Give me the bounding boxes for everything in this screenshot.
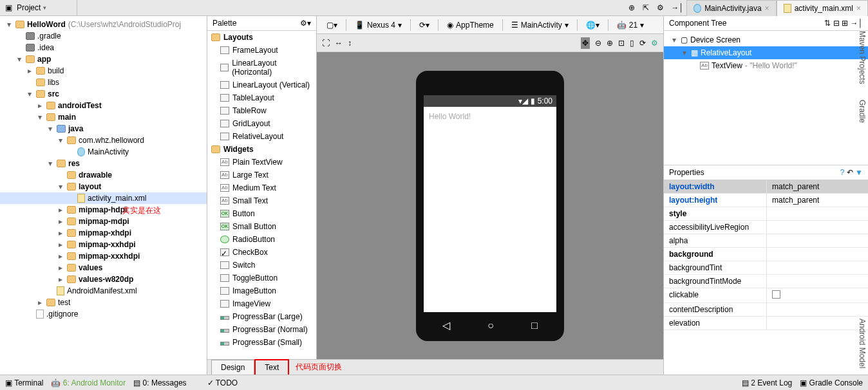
tree-item[interactable]: ▾layout xyxy=(0,181,207,192)
property-value[interactable] xyxy=(767,248,868,261)
fit-height-icon[interactable]: ↕ xyxy=(348,39,352,48)
property-value[interactable] xyxy=(767,221,868,234)
collapse-icon[interactable]: ⇱ xyxy=(643,3,652,12)
locale-dropdown[interactable]: 🌐▾ xyxy=(581,19,604,32)
property-row[interactable]: layout:widthmatch_parent xyxy=(664,180,868,194)
palette-item[interactable]: ProgressBar (Normal) xyxy=(207,323,316,336)
file-icon[interactable]: ▯ xyxy=(630,39,634,48)
tree-item[interactable]: .gradle xyxy=(0,30,207,42)
property-row[interactable]: style xyxy=(664,207,868,221)
palette-item[interactable]: Switch xyxy=(207,259,316,272)
palette-item[interactable]: RelativeLayout xyxy=(207,130,316,143)
expand-icon[interactable]: ⛶ xyxy=(322,39,330,48)
property-row[interactable]: accessibilityLiveRegion xyxy=(664,221,868,234)
tab-activity-main-xml[interactable]: activity_main.xml × xyxy=(777,0,868,16)
palette-item[interactable]: AbPlain TextView xyxy=(207,156,316,169)
tree-item[interactable]: .gitignore xyxy=(0,308,207,320)
property-value[interactable] xyxy=(767,207,868,220)
property-value[interactable] xyxy=(767,288,868,302)
tree-item[interactable]: MainActivity xyxy=(0,146,207,158)
ct-device-screen[interactable]: ▾▢ Device Screen xyxy=(664,33,868,46)
recent-icon[interactable]: □ xyxy=(531,320,538,331)
refresh-icon[interactable]: ⟳ xyxy=(639,39,646,48)
tree-item[interactable]: libs xyxy=(0,77,207,88)
palette-item[interactable]: OKButton xyxy=(207,207,316,220)
property-value[interactable]: match_parent xyxy=(767,194,868,207)
gear-icon[interactable]: ⚙ xyxy=(651,39,658,48)
palette-item[interactable]: ImageView xyxy=(207,297,316,310)
palette-item[interactable]: GridLayout xyxy=(207,117,316,130)
palette-item[interactable]: FrameLayout xyxy=(207,44,316,57)
palette-item[interactable]: OKSmall Button xyxy=(207,220,316,233)
tree-item[interactable]: ▸values xyxy=(0,262,207,274)
palette-list[interactable]: LayoutsFrameLayoutLinearLayout (Horizont… xyxy=(207,31,316,359)
palette-item[interactable]: AbLarge Text xyxy=(207,169,316,181)
tree-item[interactable]: ▸mipmap-xxhdpi xyxy=(0,239,207,250)
zoom-in-icon[interactable]: ⊕ xyxy=(607,39,613,48)
property-row[interactable]: clickable xyxy=(664,288,868,303)
property-row[interactable]: backgroundTint xyxy=(664,261,868,275)
vtab-maven[interactable]: Maven Projects xyxy=(854,26,868,89)
gear-icon[interactable]: ⚙▾ xyxy=(300,19,311,28)
hide-icon[interactable]: →│ xyxy=(671,3,680,12)
tree-item[interactable]: ▾res xyxy=(0,158,207,169)
viewport-icon[interactable]: ▢▾ xyxy=(322,19,342,32)
phone-screen[interactable]: ▾◢ ▮ 5:00 Hello World! xyxy=(424,95,556,312)
component-tree[interactable]: ▾▢ Device Screen ▾▦ RelativeLayout Ab Te… xyxy=(664,31,868,75)
tree-item[interactable]: ▾main xyxy=(0,111,207,123)
zoom-out-icon[interactable]: ⊖ xyxy=(595,39,601,48)
property-row[interactable]: contentDescription xyxy=(664,303,868,317)
tab-design[interactable]: Design xyxy=(211,360,254,375)
tree-item[interactable]: ▸mipmap-hdpi xyxy=(0,204,207,216)
theme-dropdown[interactable]: ◉ AppTheme xyxy=(442,19,498,32)
tree-item[interactable]: ▸test xyxy=(0,297,207,308)
palette-item[interactable]: TableLayout xyxy=(207,91,316,104)
tree-root[interactable]: ▾ HelloWord (C:\Users\whz\AndroidStudioP… xyxy=(0,19,207,30)
property-value[interactable] xyxy=(767,303,868,316)
activity-dropdown[interactable]: ☰ MainActivity▾ xyxy=(507,19,573,32)
property-row[interactable]: alpha xyxy=(664,234,868,248)
palette-item[interactable]: LinearLayout (Horizontal) xyxy=(207,57,316,79)
checkbox[interactable] xyxy=(772,290,780,299)
tree-item[interactable]: ▸mipmap-xhdpi xyxy=(0,227,207,239)
palette-item[interactable]: ✓CheckBox xyxy=(207,246,316,259)
palette-item[interactable]: RadioButton xyxy=(207,233,316,246)
palette-item[interactable]: LinearLayout (Vertical) xyxy=(207,79,316,91)
tab-mainactivity-java[interactable]: MainActivity.java × xyxy=(686,0,777,16)
tree-item[interactable]: AndroidManifest.xml xyxy=(0,285,207,297)
project-dropdown[interactable]: ▣ Project ▾ xyxy=(0,0,77,15)
tree-item[interactable]: ▸values-w820dp xyxy=(0,274,207,285)
vtab-android-model[interactable]: Android Model xyxy=(854,313,868,373)
property-value[interactable]: match_parent xyxy=(767,180,868,193)
gear-icon[interactable]: ⚙ xyxy=(657,3,666,12)
tab-text[interactable]: Text xyxy=(254,359,289,375)
tree-item[interactable]: ▸build xyxy=(0,65,207,77)
zoom-fit-icon[interactable]: ⊡ xyxy=(618,39,625,48)
palette-item[interactable]: ToggleButton xyxy=(207,272,316,284)
property-value[interactable] xyxy=(767,275,868,288)
tree-item[interactable]: drawable xyxy=(0,169,207,181)
tree-item[interactable]: ▾com.whz.helloword xyxy=(0,135,207,146)
palette-item[interactable]: AbSmall Text xyxy=(207,194,316,207)
tree-item[interactable]: ▾app xyxy=(0,53,207,65)
select-icon[interactable]: ✥ xyxy=(581,37,590,49)
palette-item[interactable]: ImageButton xyxy=(207,284,316,297)
todo-button[interactable]: ✓ TODO xyxy=(207,378,238,387)
orientation-icon[interactable]: ⟳▾ xyxy=(415,19,434,32)
gradle-console-button[interactable]: ▣ Gradle Console xyxy=(800,378,863,387)
tree-item[interactable]: ▸mipmap-xxxhdpi xyxy=(0,250,207,262)
terminal-button[interactable]: ▣ Terminal xyxy=(5,378,43,387)
palette-group[interactable]: Layouts xyxy=(207,31,316,44)
property-value[interactable] xyxy=(767,234,868,247)
tree-item[interactable]: ▸mipmap-mdpi xyxy=(0,216,207,227)
property-value[interactable] xyxy=(767,261,868,274)
target-icon[interactable]: ⊕ xyxy=(628,3,637,12)
ct-textview[interactable]: Ab TextView - "Hello World!" xyxy=(664,59,868,72)
properties-table[interactable]: layout:widthmatch_parentlayout:heightmat… xyxy=(664,180,868,375)
property-row[interactable]: layout:heightmatch_parent xyxy=(664,194,868,207)
palette-item[interactable]: ProgressBar (Large) xyxy=(207,310,316,323)
palette-item[interactable]: TableRow xyxy=(207,104,316,117)
property-row[interactable]: elevation xyxy=(664,317,868,330)
event-log-button[interactable]: ▤ 2 Event Log xyxy=(742,378,792,387)
palette-group[interactable]: Widgets xyxy=(207,143,316,156)
